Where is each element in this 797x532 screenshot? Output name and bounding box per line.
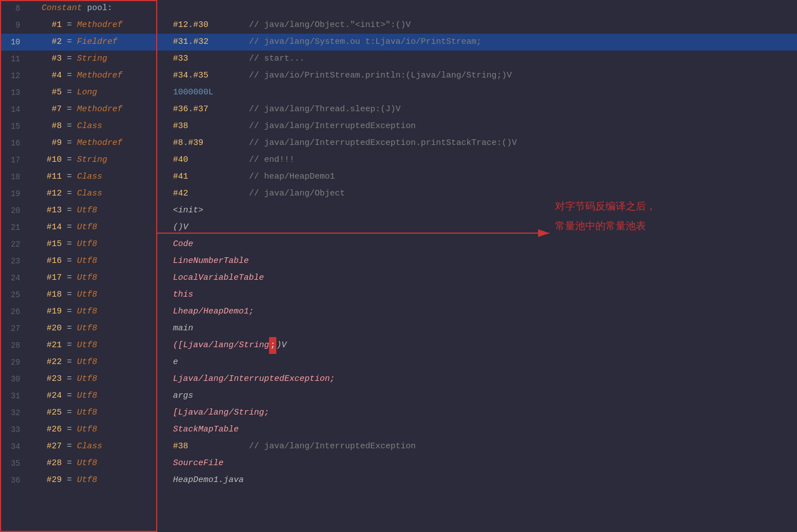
line-number-15: 15 xyxy=(0,118,27,135)
code-segment: Utf8 xyxy=(77,472,97,489)
code-segment: #40 xyxy=(173,152,188,169)
code-line-17: #10 = String #40 // end!!! xyxy=(27,152,797,169)
code-segment: = xyxy=(62,455,77,472)
code-segment: = xyxy=(62,253,77,270)
line-number-23: 23 xyxy=(0,253,27,270)
code-segment: #4 xyxy=(52,67,62,84)
code-segment: = xyxy=(62,337,77,354)
code-segment: #14 xyxy=(47,219,62,236)
code-segment: // java/io/PrintStream.println:(Ljava/la… xyxy=(249,67,512,84)
code-segment: #12 xyxy=(47,185,62,202)
code-line-11: #3 = String #33 // start... xyxy=(27,51,797,67)
code-segment: String; xyxy=(234,404,269,421)
line-number-20: 20 xyxy=(0,202,27,219)
code-segment: = xyxy=(62,118,77,135)
code-segment xyxy=(31,118,52,135)
code-segment: = xyxy=(62,388,77,404)
line-number-27: 27 xyxy=(0,320,27,337)
code-line-25: #18 = Utf8 this xyxy=(27,287,797,303)
code-segment: = xyxy=(62,169,77,185)
code-segment: String xyxy=(239,337,269,354)
code-segment: #12 xyxy=(173,17,188,34)
code-line-9: #1 = Methodref #12.#30 // java/lang/Obje… xyxy=(27,17,797,34)
code-segment xyxy=(97,270,173,287)
code-segment xyxy=(97,303,173,320)
code-segment: Utf8 xyxy=(77,421,97,438)
code-segment: // heap/HeapDemo1 xyxy=(249,169,335,185)
code-segment xyxy=(31,152,47,169)
highlight-semicolon: ; xyxy=(269,337,276,354)
code-segment: Utf8 xyxy=(77,404,97,421)
code-segment: Methodref xyxy=(77,101,122,118)
code-segment: Class xyxy=(77,185,102,202)
code-segment: this xyxy=(173,287,193,303)
code-segment: #36 xyxy=(173,101,188,118)
code-segment: = xyxy=(62,67,77,84)
code-segment xyxy=(31,438,47,455)
line-number-21: 21 xyxy=(0,219,27,236)
code-segment: pool: xyxy=(82,0,112,17)
code-segment xyxy=(31,51,52,67)
line-number-10: 10 xyxy=(0,34,27,51)
code-segment xyxy=(97,455,173,472)
code-segment xyxy=(97,421,173,438)
code-line-27: #20 = Utf8 main xyxy=(27,320,797,337)
code-segment: Fieldref xyxy=(77,34,117,51)
code-segment xyxy=(188,185,249,202)
code-segment xyxy=(122,101,173,118)
line-number-13: 13 xyxy=(0,84,27,101)
code-segment xyxy=(203,135,249,152)
code-line-14: #7 = Methodref #36.#37 // java/lang/Thre… xyxy=(27,101,797,118)
code-segment xyxy=(31,404,47,421)
code-segment: #9 xyxy=(52,135,62,152)
code-segment: #37 xyxy=(193,101,208,118)
code-segment: #19 xyxy=(47,303,62,320)
code-segment xyxy=(31,219,47,236)
code-segment xyxy=(97,472,173,489)
code-segment: #33 xyxy=(173,51,188,67)
code-segment: = xyxy=(62,202,77,219)
code-segment: // java/lang/InterruptedException xyxy=(249,438,416,455)
code-segment: HeapDemo1.java xyxy=(173,472,244,489)
code-segment: Utf8 xyxy=(77,270,97,287)
code-line-16: #9 = Methodref #8.#39 // java/lang/Inter… xyxy=(27,135,797,152)
code-segment: LocalVariableTable xyxy=(173,270,264,287)
code-segment: . xyxy=(188,34,193,51)
code-segment: #29 xyxy=(47,472,62,489)
line-number-8: 8 xyxy=(0,0,27,17)
code-container: 8910111213141516171819202122232425262728… xyxy=(0,0,797,532)
code-segment: = xyxy=(62,17,77,34)
code-segment: Lheap/HeapDemo1; xyxy=(173,303,254,320)
code-line-18: #11 = Class #41 // heap/HeapDemo1 xyxy=(27,169,797,185)
code-segment: Utf8 xyxy=(77,236,97,253)
line-number-18: 18 xyxy=(0,169,27,185)
code-line-31: #24 = Utf8 args xyxy=(27,388,797,404)
code-segment xyxy=(102,169,173,185)
code-segment: = xyxy=(62,135,77,152)
line-number-36: 36 xyxy=(0,472,27,489)
line-number-22: 22 xyxy=(0,236,27,253)
code-segment: Class xyxy=(77,438,102,455)
code-segment: Utf8 xyxy=(77,202,97,219)
line-number-24: 24 xyxy=(0,270,27,287)
code-segment: Utf8 xyxy=(77,354,97,371)
code-segment: Methodref xyxy=(77,67,122,84)
code-segment xyxy=(31,185,47,202)
code-segment: Long xyxy=(77,84,97,101)
code-line-33: #26 = Utf8 StackMapTable xyxy=(27,421,797,438)
code-segment: main xyxy=(173,320,193,337)
code-segment: #13 xyxy=(47,202,62,219)
code-line-36: #29 = Utf8 HeapDemo1.java xyxy=(27,472,797,489)
code-segment xyxy=(31,84,52,101)
code-line-35: #28 = Utf8 SourceFile xyxy=(27,455,797,472)
line-number-17: 17 xyxy=(0,152,27,169)
code-segment: Methodref xyxy=(77,17,122,34)
code-line-32: #25 = Utf8 [Ljava/lang/String; xyxy=(27,404,797,421)
code-segment: Ljava/lang/ xyxy=(173,371,229,388)
code-segment: #17 xyxy=(47,270,62,287)
code-line-8: Constant pool: xyxy=(27,0,797,17)
code-segment: #27 xyxy=(47,438,62,455)
code-segment: #39 xyxy=(188,135,203,152)
code-segment xyxy=(31,354,47,371)
code-segment xyxy=(31,388,47,404)
